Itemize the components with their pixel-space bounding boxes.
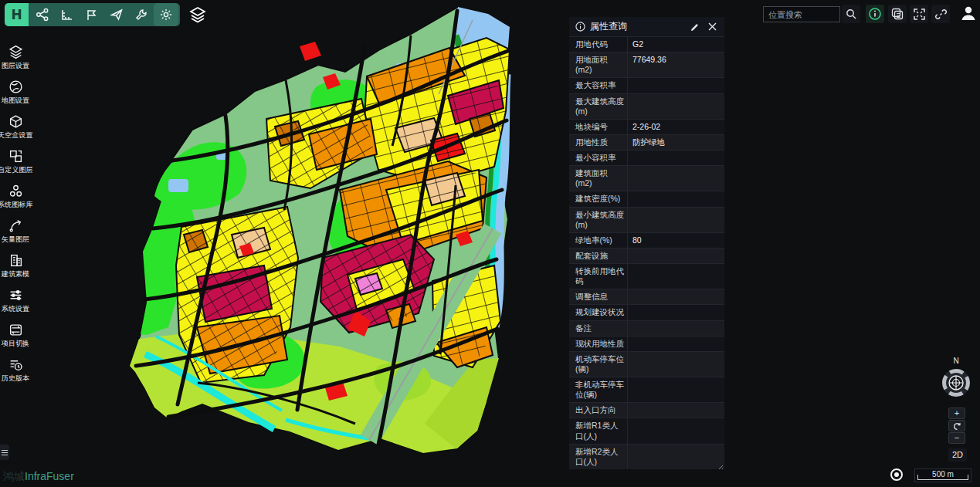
row-value bbox=[628, 249, 724, 263]
row-label: 调整信息 bbox=[569, 289, 628, 304]
table-row[interactable]: 地块编号2-26-02 bbox=[569, 120, 724, 135]
table-row[interactable]: 用地代码G2 bbox=[569, 37, 724, 52]
user-avatar[interactable] bbox=[959, 4, 978, 22]
app-logo[interactable]: H bbox=[5, 3, 29, 26]
row-label: 绿地率(%) bbox=[569, 233, 628, 248]
row-label: 最小容积率 bbox=[569, 150, 628, 165]
map-globe-icon bbox=[8, 79, 23, 94]
sidebar-item-2[interactable]: 地图设置 bbox=[0, 78, 31, 107]
row-label: 最大容积率 bbox=[569, 78, 628, 93]
fullscreen-button[interactable] bbox=[910, 5, 928, 23]
custom-layer-icon bbox=[8, 149, 23, 164]
share-icon bbox=[36, 8, 49, 22]
row-value bbox=[628, 289, 724, 304]
zoom-in-button[interactable]: + bbox=[948, 408, 965, 419]
draw-button[interactable] bbox=[80, 3, 104, 26]
row-value bbox=[628, 403, 724, 418]
sidebar-item-label: 天空盒设置 bbox=[0, 130, 33, 140]
table-row[interactable]: 配套设施 bbox=[569, 249, 724, 264]
share-button[interactable] bbox=[30, 3, 55, 26]
table-row[interactable]: 绿地率(%)80 bbox=[569, 233, 724, 249]
measure-button[interactable] bbox=[55, 3, 80, 26]
sidebar-item-label: 项目切换 bbox=[2, 339, 29, 348]
row-value bbox=[628, 445, 724, 469]
table-row[interactable]: 最大容积率 bbox=[569, 78, 724, 93]
planning-map[interactable] bbox=[124, 3, 529, 463]
sidebar-item-10[interactable]: 历史版本 bbox=[0, 356, 31, 385]
row-label: 机动车停车位(辆) bbox=[569, 352, 628, 377]
table-row[interactable]: 转换前用地代码 bbox=[569, 264, 724, 289]
compass-north-label: N bbox=[939, 357, 973, 365]
pencil-icon bbox=[690, 22, 700, 32]
zoom-out-button[interactable]: − bbox=[948, 432, 965, 444]
row-label: 转换前用地代码 bbox=[569, 264, 628, 289]
row-value bbox=[628, 418, 724, 443]
sidebar-item-9[interactable]: 项目切换 bbox=[0, 321, 31, 350]
sidebar-item-3[interactable]: 天空盒设置 bbox=[0, 113, 31, 142]
panel-resize-handle[interactable] bbox=[716, 461, 724, 468]
search-input[interactable] bbox=[768, 10, 835, 19]
table-row[interactable]: 调整信息 bbox=[569, 289, 724, 305]
link-icon bbox=[935, 8, 947, 20]
row-label: 用地性质 bbox=[569, 135, 628, 150]
sidebar-item-label: 系统设置 bbox=[2, 304, 29, 313]
share-link-button[interactable] bbox=[931, 5, 950, 23]
row-value: 防护绿地 bbox=[628, 135, 724, 150]
row-label: 新增R2类人口(人) bbox=[569, 445, 628, 469]
row-value bbox=[628, 78, 724, 93]
table-row[interactable]: 用地性质防护绿地 bbox=[569, 135, 724, 150]
row-label: 地块编号 bbox=[569, 120, 628, 134]
sidebar-item-6[interactable]: 矢量图层 bbox=[0, 217, 31, 246]
row-label: 出入口方向 bbox=[569, 403, 628, 418]
vector-layer-icon bbox=[8, 218, 23, 233]
table-row[interactable]: 最小建筑高度(m) bbox=[569, 208, 724, 233]
row-label: 最小建筑高度(m) bbox=[569, 208, 628, 232]
edit-button[interactable] bbox=[689, 21, 701, 33]
sidebar-item-5[interactable]: 系统图标库 bbox=[0, 182, 31, 211]
table-row[interactable]: 用地面积(m2)77649.36 bbox=[569, 52, 724, 78]
project-switch-icon bbox=[8, 323, 23, 337]
identify-button[interactable] bbox=[866, 5, 884, 23]
brand-en: InfraFuser bbox=[25, 470, 74, 482]
table-row[interactable]: 最大建筑高度(m) bbox=[569, 94, 724, 120]
basemap-switch-button[interactable] bbox=[888, 5, 907, 23]
locate-button[interactable] bbox=[890, 468, 904, 482]
table-row[interactable]: 新增R2类人口(人) bbox=[569, 445, 724, 469]
row-label: 备注 bbox=[569, 321, 628, 336]
row-value bbox=[628, 321, 724, 336]
ruler-icon bbox=[60, 8, 74, 22]
locate-target-icon bbox=[890, 468, 904, 482]
reset-view-button[interactable] bbox=[948, 420, 965, 431]
user-icon bbox=[959, 4, 978, 22]
location-search bbox=[763, 6, 840, 22]
table-row[interactable]: 非机动车停车位(辆) bbox=[569, 377, 724, 403]
table-row[interactable]: 新增R1类人口(人) bbox=[569, 418, 724, 444]
table-row[interactable]: 建筑密度(%) bbox=[569, 191, 724, 207]
sidebar-item-8[interactable]: 系统设置 bbox=[0, 286, 31, 316]
map-scale-bar: 500 m bbox=[914, 468, 972, 482]
table-row[interactable]: 最小容积率 bbox=[569, 150, 724, 166]
compass-dial-icon bbox=[939, 366, 973, 400]
close-button[interactable] bbox=[706, 21, 718, 33]
row-value bbox=[628, 264, 724, 289]
table-row[interactable]: 备注 bbox=[569, 321, 724, 337]
building-icon bbox=[8, 253, 23, 268]
table-row[interactable]: 规划建设状况 bbox=[569, 305, 724, 320]
sidebar-item-1[interactable]: 图层设置 bbox=[0, 43, 31, 73]
compass[interactable]: N bbox=[939, 357, 973, 403]
info-icon bbox=[575, 22, 585, 32]
scale-bracket bbox=[917, 475, 968, 480]
row-value bbox=[628, 337, 724, 351]
row-value: 77649.36 bbox=[628, 52, 724, 77]
collapsed-panel-handle[interactable] bbox=[0, 445, 9, 460]
row-label: 非机动车停车位(辆) bbox=[569, 377, 628, 402]
table-row[interactable]: 出入口方向 bbox=[569, 403, 724, 418]
table-row[interactable]: 建筑面积(m2) bbox=[569, 166, 724, 191]
map-canvas[interactable] bbox=[124, 3, 529, 463]
table-row[interactable]: 现状用地性质 bbox=[569, 337, 724, 352]
search-button[interactable] bbox=[842, 5, 860, 23]
table-row[interactable]: 机动车停车位(辆) bbox=[569, 352, 724, 377]
mode-2d-button[interactable]: 2D bbox=[948, 448, 967, 462]
sidebar-item-4[interactable]: 自定义图层 bbox=[0, 147, 31, 177]
sidebar-item-7[interactable]: 建筑素模 bbox=[0, 252, 31, 281]
